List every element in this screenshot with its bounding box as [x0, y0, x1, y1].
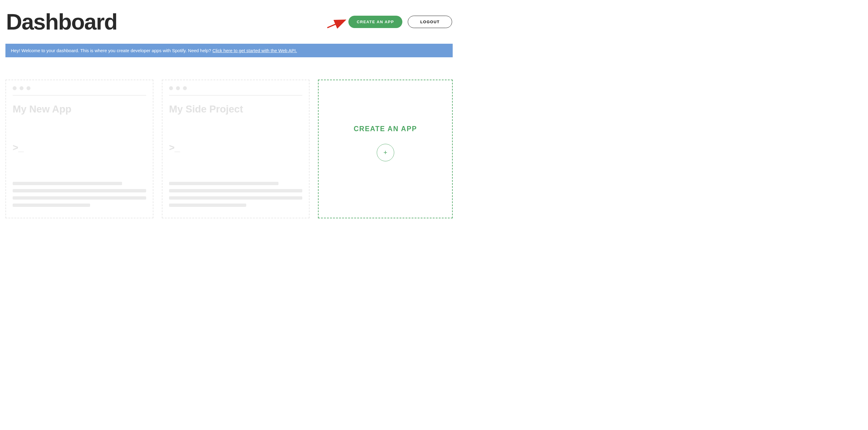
page-header: Dashboard CREATE AN APP LOGOUT: [0, 0, 458, 44]
window-dots-icon: [13, 86, 146, 90]
header-actions: CREATE AN APP LOGOUT: [348, 16, 452, 28]
app-card[interactable]: My Side Project >_: [162, 80, 310, 218]
card-divider: [13, 95, 146, 95]
svg-line-1: [327, 21, 344, 28]
logout-button[interactable]: LOGOUT: [408, 16, 452, 28]
welcome-banner: Hey! Welcome to your dashboard. This is …: [5, 44, 453, 57]
create-app-button[interactable]: CREATE AN APP: [348, 16, 403, 28]
page-title: Dashboard: [6, 9, 117, 35]
create-card-title: CREATE AN APP: [353, 125, 417, 133]
app-card-title: My New App: [13, 104, 146, 115]
app-card-title: My Side Project: [169, 104, 303, 115]
welcome-banner-link[interactable]: Click here to get started with the Web A…: [213, 48, 297, 53]
welcome-banner-text: Hey! Welcome to your dashboard. This is …: [11, 48, 213, 53]
terminal-prompt-icon: >_: [13, 142, 146, 153]
window-dots-icon: [169, 86, 303, 90]
apps-grid: My New App >_ My Side Project >_ CREATE …: [0, 57, 458, 224]
terminal-prompt-icon: >_: [169, 142, 303, 153]
placeholder-lines: [169, 182, 303, 207]
app-card[interactable]: My New App >_: [5, 80, 153, 218]
placeholder-lines: [13, 182, 146, 207]
card-divider: [169, 95, 303, 95]
plus-circle-icon: +: [377, 144, 394, 161]
arrow-annotation-icon: [327, 18, 348, 30]
create-app-card[interactable]: CREATE AN APP +: [318, 80, 453, 218]
